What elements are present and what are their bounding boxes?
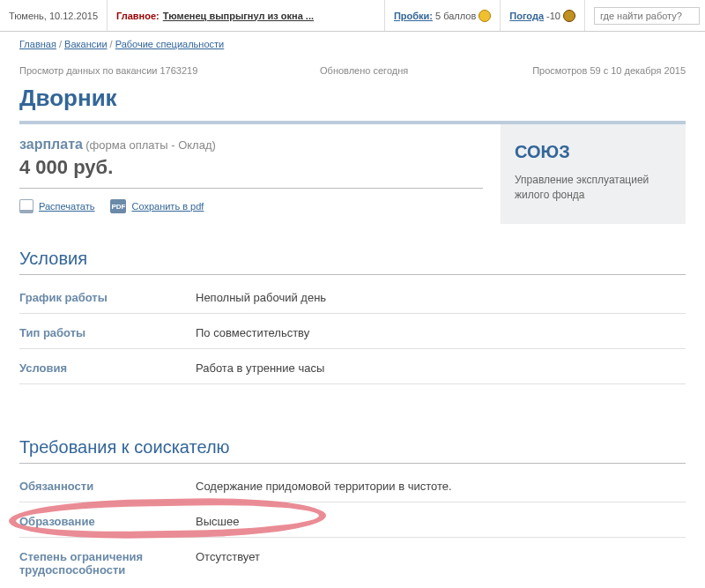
- search-block: [585, 0, 705, 31]
- condition-value: Неполный рабочий день: [196, 291, 326, 304]
- condition-label: График работы: [19, 291, 196, 304]
- breadcrumb-vacancies[interactable]: Вакансии: [64, 39, 108, 49]
- salary-label: зарплата: [19, 137, 83, 152]
- meta-updated: Обновлено сегодня: [232, 65, 532, 76]
- breadcrumb: Главная / Вакансии / Рабочие специальнос…: [19, 35, 686, 53]
- meta-view: Просмотр данных по вакансии 1763219: [19, 65, 232, 76]
- company-desc: Управление эксплуатацией жилого фонда: [515, 173, 672, 203]
- condition-value: По совместительству: [196, 326, 309, 339]
- company-name[interactable]: СОЮЗ: [515, 142, 672, 162]
- topbar: Тюмень, 10.12.2015 Главное: Тюменец выпр…: [0, 0, 705, 32]
- meta-row: Просмотр данных по вакансии 1763219 Обно…: [19, 53, 686, 81]
- print-icon: [19, 199, 33, 213]
- pdf-link[interactable]: Сохранить в pdf: [131, 201, 204, 212]
- condition-row: График работы Неполный рабочий день: [19, 279, 686, 314]
- print-link[interactable]: Распечатать: [39, 201, 94, 212]
- condition-row: Условия Работа в утренние часы: [19, 349, 686, 384]
- search-input[interactable]: [594, 7, 700, 25]
- weather-link[interactable]: Погода: [509, 11, 544, 21]
- requirement-label: Образование: [19, 515, 196, 528]
- requirement-value: Содержание придомовой территории в чисто…: [196, 480, 452, 493]
- section-conditions-title: Условия: [19, 249, 686, 275]
- print-action[interactable]: Распечатать: [19, 199, 94, 213]
- salary-block: зарплата (форма оплаты - Оклад) 4 000 ру…: [19, 124, 483, 189]
- condition-value: Работа в утренние часы: [196, 361, 324, 375]
- salary-form: (форма оплаты - Оклад): [85, 138, 216, 152]
- requirement-row: Степень ограничения трудоспособности Отс…: [19, 538, 686, 585]
- requirement-label: Обязанности: [19, 480, 196, 493]
- section-requirements-title: Требования к соискателю: [19, 437, 686, 464]
- requirement-row: Обязанности Содержание придомовой террит…: [19, 467, 686, 502]
- weather-value: -10: [546, 11, 560, 21]
- traffic-block: Пробки: 5 баллов: [385, 0, 501, 31]
- main-news-label: Главное:: [116, 11, 160, 21]
- salary-amount: 4 000 руб.: [19, 156, 483, 179]
- actions-row: Распечатать PDF Сохранить в pdf: [19, 189, 483, 224]
- weather-block: Погода -10: [501, 0, 585, 31]
- requirement-row-highlighted: Образование Высшее: [19, 502, 686, 538]
- requirement-label: Степень ограничения трудоспособности: [19, 550, 196, 577]
- condition-row: Тип работы По совместительству: [19, 314, 686, 349]
- condition-label: Тип работы: [19, 326, 196, 339]
- requirement-value: Отсутствует: [196, 550, 260, 577]
- company-box: СОЮЗ Управление эксплуатацией жилого фон…: [501, 124, 686, 224]
- requirement-value: Высшее: [196, 515, 239, 528]
- meta-views: Просмотров 59 с 10 декабря 2015: [532, 65, 686, 76]
- traffic-link[interactable]: Пробки:: [394, 11, 433, 21]
- traffic-value: 5 баллов: [435, 11, 476, 21]
- traffic-icon: [479, 10, 491, 22]
- pdf-action[interactable]: PDF Сохранить в pdf: [110, 199, 204, 213]
- pdf-icon: PDF: [110, 199, 126, 213]
- page-title: Дворник: [19, 85, 686, 112]
- city-date: Тюмень, 10.12.2015: [0, 0, 108, 31]
- main-news-block: Главное: Тюменец выпрыгнул из окна ...: [108, 0, 385, 31]
- breadcrumb-category[interactable]: Рабочие специальности: [115, 39, 224, 49]
- condition-label: Условия: [19, 361, 196, 375]
- main-news-link[interactable]: Тюменец выпрыгнул из окна ...: [163, 11, 314, 21]
- weather-icon: [563, 10, 575, 22]
- breadcrumb-home[interactable]: Главная: [19, 39, 56, 49]
